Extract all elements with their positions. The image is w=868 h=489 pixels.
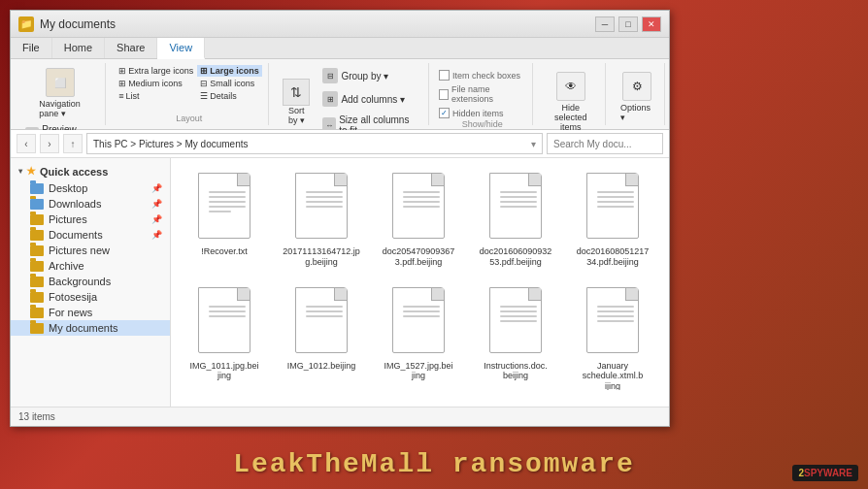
file-lines: [403, 191, 440, 211]
tab-home[interactable]: Home: [52, 38, 105, 58]
file-name: doc205470909367 3.pdf.beijing: [380, 246, 457, 268]
pictures-new-icon: [30, 245, 44, 256]
file-icon-20171113: [292, 173, 351, 243]
file-name-ext-checkbox: [439, 89, 449, 100]
sidebar-item-desktop[interactable]: Desktop 📌: [11, 180, 170, 196]
file-body: [392, 287, 445, 353]
file-body: [489, 287, 542, 353]
sidebar-item-archive[interactable]: Archive: [11, 258, 170, 274]
downloads-label: Downloads: [49, 198, 101, 210]
sort-by-btn[interactable]: ⇅ Sortby ▾: [279, 77, 314, 127]
downloads-icon: [30, 199, 44, 210]
file-item-doc2016b[interactable]: doc201608051217 34.pdf.beijing: [569, 168, 656, 273]
item-check-boxes-toggle[interactable]: Item check boxes: [439, 69, 526, 82]
file-body: [198, 173, 250, 239]
archive-icon: [30, 261, 44, 272]
file-item-img1012[interactable]: IMG_1012.beijing: [278, 282, 365, 395]
tab-view[interactable]: View: [157, 38, 205, 59]
file-grid: !Recover.txt 20171113164712.jpg.beijing: [181, 168, 659, 395]
extra-large-icons-btn[interactable]: ⊞ Extra large icons: [116, 65, 196, 77]
hide-selected-btn[interactable]: 👁 Hide selecteditems: [543, 65, 599, 135]
sidebar-item-fotosesija[interactable]: Fotosesija: [11, 289, 170, 305]
back-button[interactable]: ‹: [17, 134, 36, 153]
address-bar: ‹ › ↑ This PC > Pictures > My documents …: [11, 130, 669, 158]
search-input[interactable]: [547, 133, 663, 154]
quick-access-header[interactable]: ▾ ★ Quick access: [11, 162, 170, 180]
pin-icon-downloads: 📌: [151, 199, 162, 209]
file-lines: [597, 191, 634, 211]
hidden-items-checkbox: ✓: [439, 108, 450, 118]
file-item-doc2054[interactable]: doc205470909367 3.pdf.beijing: [375, 168, 462, 273]
add-columns-btn[interactable]: ⊞ Add columns ▾: [317, 88, 422, 110]
large-icons-btn[interactable]: ⊞ Large icons: [197, 65, 262, 77]
backgrounds-label: Backgrounds: [49, 276, 111, 287]
group-icon: ⊟: [322, 68, 338, 83]
ribbon: File Home Share View ⬜ Navigationpane ▾ …: [11, 38, 669, 130]
options-btn[interactable]: ⚙ Options ▾: [616, 65, 658, 125]
file-icon-doc2054: [389, 173, 448, 243]
forward-button[interactable]: ›: [40, 134, 59, 153]
window-title: My documents: [40, 17, 595, 31]
file-item-january[interactable]: January schedule.xtml.b ijing: [569, 282, 656, 395]
bottom-text-area: LeakTheMall ransomware: [0, 449, 868, 479]
file-lines: [403, 306, 440, 320]
ribbon-group-show-hide: Item check boxes File name extensions ✓ …: [433, 63, 533, 125]
sidebar-item-my-documents[interactable]: My documents: [11, 320, 170, 336]
list-btn[interactable]: ≡ List: [116, 90, 196, 102]
minimize-button[interactable]: ─: [595, 16, 615, 32]
columns-icon: ⊞: [322, 91, 338, 107]
navigation-pane-btn[interactable]: ⬜ Navigationpane ▾: [34, 65, 85, 121]
layout-options: ⊞ Extra large icons ⊞ Large icons ⊞ Medi…: [116, 65, 262, 102]
address-path[interactable]: This PC > Pictures > My documents ▾: [86, 133, 543, 154]
group-by-btn[interactable]: ⊟ Group by ▾: [317, 65, 422, 86]
up-button[interactable]: ↑: [63, 134, 83, 153]
chevron-icon: ▾: [18, 167, 22, 176]
desktop-label: Desktop: [49, 182, 87, 194]
close-button[interactable]: ✕: [642, 16, 661, 32]
sort-icon: ⇅: [283, 79, 310, 106]
ribbon-group-hide-selected: 👁 Hide selecteditems: [537, 63, 606, 125]
quick-access-label: Quick access: [40, 166, 108, 178]
file-body: [198, 287, 250, 353]
file-icon-january: [584, 287, 642, 357]
details-btn[interactable]: ☰ Details: [197, 90, 262, 102]
maximize-button[interactable]: □: [618, 16, 638, 32]
spyware-badge: 2SPYWARE: [792, 465, 858, 481]
file-name-extensions-toggle[interactable]: File name extensions: [439, 83, 526, 105]
sidebar-item-documents[interactable]: Documents 📌: [11, 227, 170, 243]
medium-icons-btn[interactable]: ⊞ Medium icons: [116, 78, 196, 89]
file-item-img1527[interactable]: IMG_1527.jpg.bei jing: [375, 282, 462, 395]
ribbon-group-layout: ⊞ Extra large icons ⊞ Large icons ⊞ Medi…: [110, 63, 269, 125]
file-name: IMG_1012.beijing: [287, 361, 356, 372]
file-body: [489, 173, 542, 239]
file-body: [295, 287, 348, 353]
file-item-recover[interactable]: !Recover.txt: [181, 168, 268, 273]
sidebar-item-backgrounds[interactable]: Backgrounds: [11, 274, 170, 289]
file-item-instructions[interactable]: Instructions.doc. beijing: [472, 282, 559, 395]
file-lines: [306, 191, 343, 211]
my-documents-icon: [30, 323, 44, 334]
file-name: IMG_1011.jpg.bei jing: [185, 361, 263, 382]
ribbon-group-current-view: ⇅ Sortby ▾ ⊟ Group by ▾ ⊞ Add columns ▾: [273, 63, 429, 125]
file-body: [586, 173, 639, 239]
window-icon: 📁: [18, 16, 34, 32]
sidebar-item-for-news[interactable]: For news: [11, 305, 170, 320]
small-icons-btn[interactable]: ⊟ Small icons: [197, 78, 262, 89]
window-controls: ─ □ ✕: [595, 16, 661, 32]
sidebar-item-pictures[interactable]: Pictures 📌: [11, 212, 170, 227]
tab-share[interactable]: Share: [105, 38, 157, 58]
ribbon-group-panes: ⬜ Navigationpane ▾ □ Preview pane ≡ Deta…: [15, 63, 106, 125]
file-item-20171113[interactable]: 20171113164712.jpg.beijing: [278, 168, 365, 273]
file-item-img1011[interactable]: IMG_1011.jpg.bei jing: [181, 282, 268, 395]
file-name: January schedule.xtml.b ijing: [574, 361, 651, 390]
hidden-items-toggle[interactable]: ✓ Hidden items: [439, 107, 526, 119]
file-icon-recover: [195, 173, 253, 243]
tab-file[interactable]: File: [11, 38, 52, 58]
file-item-doc2016a[interactable]: doc201606090932 53.pdf.beijing: [472, 168, 559, 273]
file-area[interactable]: !Recover.txt 20171113164712.jpg.beijing: [171, 158, 669, 407]
pictures-new-label: Pictures new: [49, 244, 110, 256]
file-body: [586, 287, 639, 353]
sidebar-item-pictures-new[interactable]: Pictures new: [11, 243, 170, 258]
file-lines: [209, 306, 246, 320]
sidebar-item-downloads[interactable]: Downloads 📌: [11, 196, 170, 212]
